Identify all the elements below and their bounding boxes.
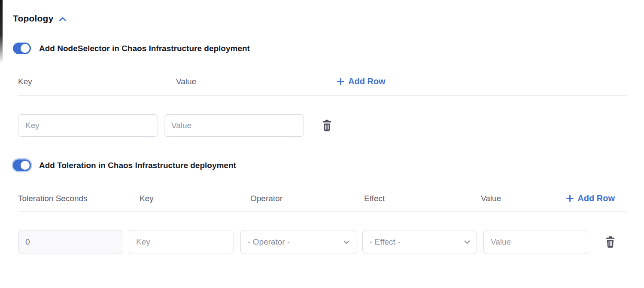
node-selector-row: [18, 114, 627, 137]
toleration-table: Toleration Seconds Key Operator Effect V…: [18, 193, 627, 254]
column-header-key: Key: [18, 77, 176, 86]
toleration-seconds-input[interactable]: [18, 230, 122, 254]
delete-row-button[interactable]: [605, 236, 616, 248]
key-input[interactable]: [18, 114, 158, 137]
toleration-toggle-row: Add Toleration in Chaos Infrastructure d…: [13, 159, 631, 171]
add-row-button-nodeselector[interactable]: Add Row: [337, 77, 386, 86]
add-toleration-toggle[interactable]: [13, 159, 31, 171]
add-row-button-toleration[interactable]: Add Row: [566, 193, 615, 203]
delete-row-button[interactable]: [321, 119, 333, 132]
toleration-row: - Operator - - Effect -: [18, 230, 627, 254]
column-header-toleration-seconds: Toleration Seconds: [18, 194, 140, 203]
chevron-down-icon: [464, 240, 470, 244]
screen-edge-artifact: [0, 0, 3, 64]
column-header-value: Value: [481, 194, 501, 203]
operator-select[interactable]: - Operator -: [240, 230, 356, 254]
chevron-up-icon[interactable]: [59, 17, 67, 21]
value-input[interactable]: [483, 230, 588, 254]
column-header-effect: Effect: [364, 194, 481, 203]
key-input[interactable]: [129, 230, 234, 254]
node-selector-table-header: Key Value Add Row: [18, 77, 627, 96]
section-header-topology[interactable]: Topology: [13, 12, 631, 25]
trash-icon: [321, 119, 333, 132]
topology-panel: Topology Add NodeSelector in Chaos Infra…: [0, 0, 644, 288]
toleration-table-header: Toleration Seconds Key Operator Effect V…: [18, 193, 627, 212]
column-header-value: Value: [176, 77, 337, 86]
add-toleration-label: Add Toleration in Chaos Infrastructure d…: [39, 161, 236, 170]
column-header-key: Key: [140, 194, 250, 203]
trash-icon: [605, 236, 616, 248]
node-selector-table: Key Value Add Row: [18, 77, 627, 137]
plus-icon: [566, 195, 574, 202]
add-row-label: Add Row: [577, 193, 615, 203]
toggle-knob: [21, 44, 30, 53]
value-input[interactable]: [164, 114, 304, 137]
plus-icon: [337, 78, 344, 85]
toggle-knob: [21, 161, 30, 170]
add-nodeselector-label: Add NodeSelector in Chaos Infrastructure…: [39, 44, 250, 53]
chevron-down-icon: [343, 240, 349, 244]
effect-select[interactable]: - Effect -: [362, 230, 477, 254]
operator-select-value: - Operator -: [248, 237, 290, 247]
section-title: Topology: [13, 13, 54, 24]
add-row-label: Add Row: [348, 77, 386, 86]
effect-select-value: - Effect -: [370, 237, 400, 247]
node-selector-toggle-row: Add NodeSelector in Chaos Infrastructure…: [13, 43, 631, 54]
add-nodeselector-toggle[interactable]: [13, 43, 31, 54]
column-header-operator: Operator: [250, 194, 364, 203]
